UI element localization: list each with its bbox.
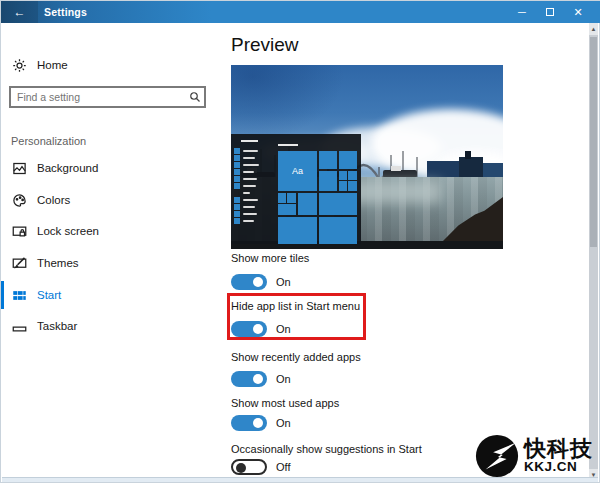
sidebar-item-start[interactable]: Start (1, 280, 228, 310)
toggle-show-more-tiles[interactable] (231, 274, 267, 290)
scroll-up-arrow-icon[interactable]: ▲ (589, 23, 598, 35)
colors-palette-icon (11, 192, 27, 208)
maximize-icon (546, 8, 554, 16)
sidebar-item-background[interactable]: Background (1, 153, 228, 183)
toggle-row-suggestions: Off (231, 459, 290, 475)
toggle-hide-app-list[interactable] (231, 321, 267, 337)
sidebar-item-home[interactable]: Home (11, 57, 68, 73)
toggle-row-recently-added: On (231, 371, 291, 387)
toggle-knob (253, 374, 263, 384)
toggle-state-label: On (276, 323, 291, 335)
watermark-domain-text: KKJ.CN (524, 460, 593, 474)
tiles-header-line (278, 144, 298, 146)
search-input[interactable] (11, 91, 186, 103)
sidebar-item-label: Lock screen (37, 225, 99, 237)
kkj-logo-icon (474, 433, 520, 479)
sidebar-item-colors[interactable]: Colors (1, 185, 228, 215)
start-menu-mock: Aa (231, 134, 361, 244)
scrollbar-thumb[interactable] (590, 37, 597, 247)
lock-screen-icon (11, 223, 27, 239)
toggle-state-label: On (276, 276, 291, 288)
toggle-row-show-more-tiles: On (231, 274, 291, 290)
page-title: Preview (231, 34, 299, 56)
toggle-knob (253, 277, 263, 287)
start-grid-icon (11, 287, 27, 303)
title-bar: ← Settings ─ ✕ (1, 1, 600, 23)
background-image-icon (11, 160, 27, 176)
toggle-row-hide-app-list: On (231, 321, 291, 337)
sidebar-item-label: Background (37, 162, 98, 174)
settings-window: ← Settings ─ ✕ ▲ ▼ Home Personalization (0, 0, 600, 483)
toggle-state-label: On (276, 373, 291, 385)
back-arrow-icon: ← (14, 5, 26, 19)
toggle-state-label: On (276, 417, 291, 429)
close-button[interactable]: ✕ (564, 1, 592, 23)
sidebar-item-themes[interactable]: Themes (1, 248, 228, 278)
toggle-most-used[interactable] (231, 415, 267, 431)
start-app-list (234, 140, 274, 224)
gear-icon (11, 57, 27, 73)
toggle-knob (253, 324, 263, 334)
aa-tile: Aa (278, 151, 317, 191)
kkj-watermark: 快科技 KKJ.CN (474, 433, 593, 479)
back-button[interactable]: ← (1, 1, 38, 23)
watermark-cn-text: 快科技 (524, 438, 593, 460)
taskbar-icon (11, 318, 27, 334)
setting-label-suggestions: Occasionally show suggestions in Start (231, 443, 422, 455)
maximize-button[interactable] (536, 1, 564, 23)
start-tiles-grid: Aa (278, 134, 361, 244)
setting-label-recently-added: Show recently added apps (231, 351, 361, 363)
app-list-header-line (241, 140, 258, 142)
vertical-scrollbar[interactable]: ▲ ▼ (589, 23, 598, 481)
themes-icon (11, 255, 27, 271)
minimize-button[interactable]: ─ (508, 1, 536, 23)
sidebar-item-lock-screen[interactable]: Lock screen (1, 216, 228, 246)
window-title: Settings (44, 6, 87, 18)
sidebar-item-label: Home (37, 59, 68, 71)
setting-label-show-more-tiles: Show more tiles (231, 252, 309, 264)
toggle-recently-added[interactable] (231, 371, 267, 387)
close-icon: ✕ (573, 6, 582, 19)
setting-label-most-used: Show most used apps (231, 397, 339, 409)
search-icon[interactable] (186, 91, 204, 103)
sidebar-item-label: Taskbar (37, 320, 77, 332)
toggle-state-label: Off (276, 461, 290, 473)
toggle-suggestions[interactable] (231, 459, 267, 475)
start-menu-preview-image: Aa (231, 65, 503, 249)
settings-sidebar: Home Personalization Background Colors (1, 23, 229, 482)
toggle-knob (236, 463, 246, 473)
sidebar-item-taskbar[interactable]: Taskbar (1, 311, 228, 341)
minimize-icon: ─ (518, 6, 526, 18)
search-box (9, 86, 206, 108)
sidebar-item-label: Start (37, 289, 61, 301)
toggle-knob (253, 418, 263, 428)
sidebar-section-label: Personalization (11, 135, 86, 147)
toggle-row-most-used: On (231, 415, 291, 431)
sidebar-item-label: Colors (37, 194, 70, 206)
sidebar-item-label: Themes (37, 257, 79, 269)
setting-label-hide-app-list: Hide app list in Start menu (231, 300, 360, 312)
